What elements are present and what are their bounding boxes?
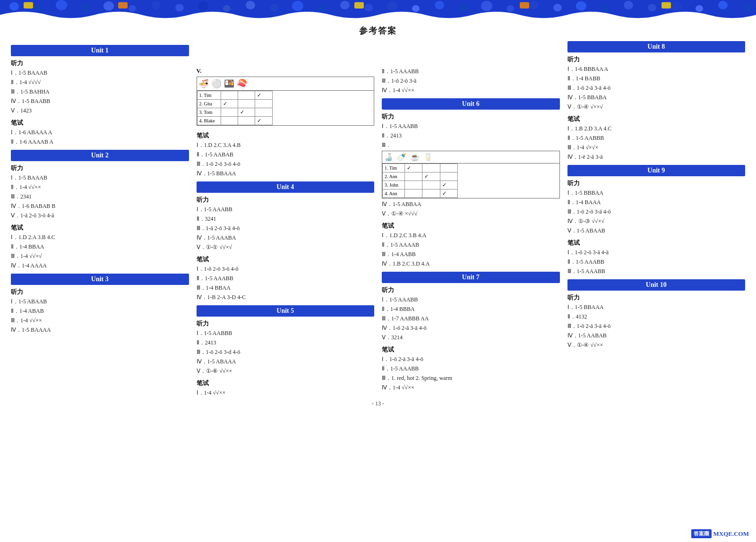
unit3-l1: Ⅰ．1-5 ABAAB <box>11 297 189 306</box>
unit4-header: Unit 4 <box>197 181 375 193</box>
unit3-bishi-1: Ⅰ．1.D 2.C 3.A 4.B <box>197 141 375 149</box>
svg-point-2 <box>34 5 42 12</box>
svg-point-10 <box>223 5 231 12</box>
unit8-l1: Ⅰ．1-6 BBBAA A <box>567 65 746 73</box>
unit3-listening-title: 听力 <box>11 288 189 296</box>
svg-point-8 <box>175 4 184 11</box>
unit9-l5: Ⅴ．1-5 ABAAB <box>567 226 746 235</box>
unit5-w1: Ⅰ．1-4 √√×× <box>197 388 375 397</box>
unit6-header: Unit 6 <box>382 98 560 110</box>
unit5-writing-title: 笔试 <box>197 379 375 387</box>
unit10-header: Unit 10 <box>567 279 746 291</box>
svg-rect-34 <box>118 2 128 9</box>
unit6-l3: Ⅲ． <box>382 141 560 149</box>
unit2-listening-title: 听力 <box>11 164 189 172</box>
unit1-l3: Ⅲ．1-5 BAHHA <box>11 87 189 96</box>
unit3-bishi-3: Ⅲ．1-ō 2-ō 3-ō 4-ō <box>197 160 375 168</box>
unit9-l4: Ⅳ．①-③ √√×√ <box>567 217 746 225</box>
svg-point-21 <box>481 1 492 11</box>
unit3-image-table: 🍜 ⚪ 🍱 🍣 1. Tim ✓ 2. Gita ✓ <box>197 77 375 126</box>
svg-point-25 <box>576 1 586 11</box>
svg-point-19 <box>435 1 444 9</box>
unit4-l5: Ⅴ．①-① √√×√ <box>197 243 375 251</box>
svg-point-18 <box>412 5 420 12</box>
unit7-listening-title: 听力 <box>382 286 560 294</box>
page-number: - 13 - <box>2 400 754 407</box>
unit2-w2: Ⅱ．1-4 BBAA <box>11 242 189 251</box>
unit9-w2: Ⅱ．1-5 AAABB <box>567 258 746 266</box>
unit8-w3: Ⅲ．1-4 √×√× <box>567 143 746 152</box>
svg-point-12 <box>270 4 278 11</box>
unit7-l5: Ⅴ．3214 <box>382 333 560 342</box>
svg-point-23 <box>529 1 539 9</box>
unit10-l2: Ⅱ．4132 <box>567 312 746 321</box>
svg-point-6 <box>129 5 136 12</box>
content-area: 参考答案 Unit 1 听力 Ⅰ．1-5 BAAAB Ⅱ．1-4 √√√√ Ⅲ．… <box>0 25 756 407</box>
unit4-writing-title: 笔试 <box>197 255 375 264</box>
unit2-writing-title: 笔试 <box>11 224 189 232</box>
unit2-header: Unit 2 <box>11 150 189 161</box>
column-3: Ⅱ．1-5 AAABB Ⅲ．1-ō 2-ō 3-ā Ⅳ．1-4 √√×× Uni… <box>378 41 564 398</box>
unit9-l3: Ⅲ．1-ō 2-ō 3-ā 4-ō <box>567 207 746 216</box>
unit4-w1: Ⅰ．1-ō 2-ō 3-ō 4-ō <box>197 265 375 273</box>
unit7-w4: Ⅳ．1-4 √√×× <box>382 383 560 392</box>
unit5-l1: Ⅰ．1-5 AABBB <box>197 329 375 337</box>
svg-point-31 <box>718 1 728 9</box>
unit6-w1: Ⅰ．1.D 2.C 3.B 4.A <box>382 231 560 240</box>
main-layout: Unit 1 听力 Ⅰ．1-5 BAAAB Ⅱ．1-4 √√√√ Ⅲ．1-5 B… <box>2 41 754 398</box>
unit7-l1: Ⅰ．1-5 AAABB <box>382 295 560 304</box>
watermark: 答案圈 MXQE.COM <box>691 529 749 538</box>
unit5-l2: Ⅱ．2413 <box>197 338 375 347</box>
unit1-header: Unit 1 <box>11 45 189 56</box>
unit1-w1: Ⅰ．1-6 ABAAA A <box>11 128 189 137</box>
unit2-w1: Ⅰ．1.D 2.A 3.B 4.C <box>11 233 189 241</box>
unit8-w2: Ⅱ．1-5 AABBB <box>567 134 746 142</box>
unit1-l1: Ⅰ．1-5 BAAAB <box>11 69 189 77</box>
unit6-l2: Ⅱ．2413 <box>382 131 560 140</box>
svg-point-20 <box>459 4 467 11</box>
unit8-writing-title: 笔试 <box>567 115 746 123</box>
svg-point-11 <box>246 1 255 9</box>
unit2-l4: Ⅳ．1-6 BABAB B <box>11 202 189 210</box>
unit1-listening-title: 听力 <box>11 59 189 68</box>
unit8-w1: Ⅰ．1.B 2.D 3.A 4.C <box>567 124 746 133</box>
svg-point-16 <box>364 4 373 11</box>
svg-rect-35 <box>354 2 364 9</box>
svg-point-13 <box>292 1 303 11</box>
unit5-header: Unit 5 <box>197 305 375 317</box>
unit8-l2: Ⅱ．1-4 BABB <box>567 74 746 83</box>
unit10-l1: Ⅰ．1-5 BBAAA <box>567 303 746 311</box>
svg-point-22 <box>507 5 514 12</box>
svg-point-5 <box>103 1 114 11</box>
unit7-header: Unit 7 <box>382 272 560 283</box>
unit1-writing-title: 笔试 <box>11 119 189 127</box>
svg-point-32 <box>742 4 751 11</box>
svg-point-15 <box>340 1 350 9</box>
unit2-l5: Ⅴ．1-ā 2-ō 3-ō 4-ā <box>11 211 189 220</box>
page-title: 参考答案 <box>2 25 754 36</box>
svg-rect-36 <box>520 2 529 9</box>
unit8-header: Unit 8 <box>567 41 746 52</box>
unit3-v-title: V. <box>197 67 375 75</box>
column-4: Unit 8 听力 Ⅰ．1-6 BBBAA A Ⅱ．1-4 BABB Ⅲ．1-ō… <box>564 41 749 398</box>
unit7-w1: Ⅰ．1-ō 2-ā 3-ā 4-ō <box>382 355 560 363</box>
unit8-l3: Ⅲ．1-ō 2-ā 3-ā 4-ō <box>567 84 746 92</box>
unit3-bishi-4: Ⅳ．1-5 BBAAA <box>197 169 375 178</box>
unit6-w4: Ⅳ．1.B 2.C 3.D 4.A <box>382 259 560 268</box>
unit7-l4: Ⅳ．1-ō 2-ā 3-ā 4-ō <box>382 324 560 332</box>
unit3-bishi-2: Ⅱ．1-5 AABAB <box>197 150 375 159</box>
unit3-l3: Ⅲ．1-4 √√×× <box>11 316 189 325</box>
unit6-listening-title: 听力 <box>382 112 560 121</box>
unit5-listening-title: 听力 <box>197 319 375 328</box>
unit9-w3: Ⅲ．1-5 AAABB <box>567 267 746 275</box>
unit3-header: Unit 3 <box>11 274 189 285</box>
unit5-cont-3: Ⅳ．1-4 √√×× <box>382 86 560 95</box>
svg-point-3 <box>56 0 67 10</box>
svg-point-24 <box>553 4 562 11</box>
unit1-w2: Ⅱ．1-6 AAAAB A <box>11 138 189 146</box>
unit7-w2: Ⅱ．1-5 AAABB <box>382 364 560 373</box>
watermark-box: 答案圈 <box>691 529 712 538</box>
column-1: Unit 1 听力 Ⅰ．1-5 BAAAB Ⅱ．1-4 √√√√ Ⅲ．1-5 B… <box>7 41 193 398</box>
unit6-w2: Ⅱ．1-5 AAAAB <box>382 241 560 249</box>
unit4-w3: Ⅲ．1-4 BBAA <box>197 284 375 292</box>
